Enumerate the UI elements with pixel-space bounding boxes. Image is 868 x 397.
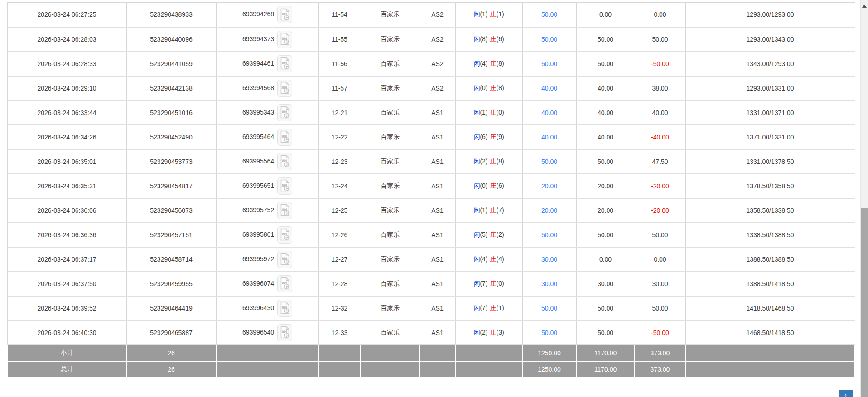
round-id-cell: 693995972 [216, 247, 318, 272]
summary-section: 小计 26 1250.00 1170.00 373.00 总计 26 1250.… [7, 345, 855, 378]
valid-amount: 40.00 [576, 76, 635, 100]
vertical-scrollbar[interactable] [860, 0, 868, 397]
player-result-label: 闲 [473, 109, 480, 116]
round-id: 693994461 [242, 59, 274, 67]
banker-score: (1) [497, 304, 504, 311]
bet-amount-link[interactable]: 20.00 [541, 207, 557, 214]
total-empty [420, 361, 455, 378]
banker-score: (2) [497, 231, 504, 238]
game-type: 百家乐 [361, 76, 420, 100]
video-replay-button[interactable] [277, 177, 292, 195]
round-id-cell: 693995343 [216, 100, 318, 125]
round-number: 12-23 [318, 149, 361, 174]
balance-before-after: 1378.50/1358.50 [685, 174, 855, 198]
bet-id: 523290456073 [126, 198, 216, 223]
video-replay-button[interactable] [277, 300, 292, 317]
video-replay-button[interactable] [277, 129, 292, 146]
table-code: AS1 [420, 149, 455, 174]
bet-amount-link[interactable]: 50.00 [541, 231, 557, 239]
player-result-label: 闲 [473, 35, 480, 43]
table-code: AS1 [420, 198, 455, 223]
video-replay-button[interactable] [277, 104, 292, 121]
video-replay-button[interactable] [277, 251, 292, 268]
video-replay-button[interactable] [277, 226, 292, 244]
valid-amount: 40.00 [576, 100, 635, 125]
bet-amount-link[interactable]: 30.00 [541, 280, 557, 287]
video-replay-button[interactable] [277, 202, 292, 219]
player-result-label: 闲 [473, 60, 480, 67]
round-number: 12-32 [318, 296, 361, 320]
player-score: (1) [480, 206, 487, 214]
total-empty [361, 361, 420, 378]
bet-amount-link[interactable]: 50.00 [541, 36, 557, 43]
valid-amount: 0.00 [576, 247, 635, 272]
game-type: 百家乐 [361, 100, 420, 125]
bet-amount-cell: 30.00 [522, 272, 576, 296]
game-type: 百家乐 [361, 272, 420, 296]
pagination-page-1-button[interactable]: 1 [839, 390, 853, 397]
table-code: AS1 [420, 296, 455, 320]
round-id: 693995564 [242, 157, 274, 164]
video-replay-button[interactable] [277, 31, 292, 48]
bet-amount-link[interactable]: 50.00 [541, 11, 557, 18]
bet-id: 523290459955 [126, 272, 216, 296]
bet-time: 2026-03-24 06:39:52 [7, 296, 126, 320]
banker-score: (9) [497, 133, 504, 140]
banker-score: (8) [497, 84, 504, 91]
bet-amount-link[interactable]: 40.00 [541, 85, 557, 92]
game-type: 百家乐 [361, 125, 420, 149]
video-replay-button[interactable] [277, 55, 292, 72]
video-replay-button[interactable] [277, 324, 292, 341]
result-cell: 闲(7)庄(1) [455, 296, 522, 320]
round-id: 693996430 [242, 304, 274, 311]
banker-result-label: 庄 [490, 35, 497, 43]
bet-amount-link[interactable]: 50.00 [541, 158, 557, 165]
banker-score: (3) [497, 329, 504, 336]
table-row: 2026-03-24 06:36:06 523290456073 6939957… [7, 198, 855, 223]
bet-id: 523290458714 [126, 247, 216, 272]
game-type: 百家乐 [361, 296, 420, 320]
result-cell: 闲(5)庄(2) [455, 223, 522, 247]
valid-amount: 50.00 [576, 223, 635, 247]
table-row: 2026-03-24 06:36:36 523290457151 6939958… [7, 223, 855, 247]
win-loss-amount: -20.00 [635, 174, 685, 198]
subtotal-empty [361, 345, 420, 361]
balance-before-after: 1338.50/1388.50 [685, 223, 855, 247]
bet-amount-link[interactable]: 50.00 [541, 60, 557, 67]
win-loss-amount: 0.00 [635, 247, 685, 272]
subtotal-count: 26 [126, 345, 216, 361]
video-replay-button[interactable] [277, 153, 292, 170]
table-row: 2026-03-24 06:34:26 523290452490 6939954… [7, 125, 855, 149]
valid-amount: 50.00 [576, 27, 635, 52]
video-replay-icon [280, 211, 290, 218]
banker-result-label: 庄 [490, 280, 497, 287]
banker-result-label: 庄 [490, 133, 497, 140]
valid-amount: 50.00 [576, 52, 635, 76]
balance-before-after: 1331.00/1378.50 [685, 149, 855, 174]
video-replay-button[interactable] [277, 275, 292, 292]
round-id: 693996074 [242, 279, 274, 287]
win-loss-amount: 47.50 [635, 149, 685, 174]
subtotal-label: 小计 [7, 345, 126, 361]
bet-amount-link[interactable]: 40.00 [541, 109, 557, 116]
round-id: 693995343 [242, 108, 274, 115]
scrollbar-thumb[interactable] [861, 208, 868, 397]
win-loss-amount: 38.00 [635, 76, 685, 100]
win-loss-amount: -50.00 [635, 52, 685, 76]
valid-amount: 0.00 [576, 3, 635, 27]
bet-time: 2026-03-24 06:27:25 [7, 3, 126, 27]
round-id: 693995464 [242, 133, 274, 140]
bet-amount-link[interactable]: 50.00 [541, 305, 557, 312]
banker-result-label: 庄 [490, 329, 497, 336]
table-code: AS1 [420, 174, 455, 198]
bet-amount-link[interactable]: 30.00 [541, 256, 557, 263]
bet-amount-link[interactable]: 50.00 [541, 329, 557, 336]
balance-before-after: 1468.50/1418.50 [685, 320, 855, 345]
bet-amount-link[interactable]: 20.00 [541, 182, 557, 190]
bet-amount-link[interactable]: 40.00 [541, 134, 557, 141]
banker-score: (6) [497, 182, 504, 189]
video-replay-button[interactable] [277, 6, 292, 23]
banker-score: (8) [497, 158, 504, 165]
video-replay-button[interactable] [277, 80, 292, 97]
scroll-up-arrow-icon[interactable] [862, 5, 867, 8]
